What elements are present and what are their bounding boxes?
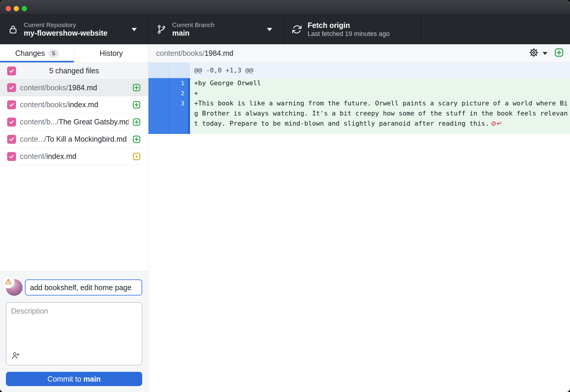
warning-badge[interactable] [2,276,14,288]
gutter-strip [188,78,190,88]
avatar [6,279,23,296]
current-repository-label: Current Repository [24,21,107,29]
gear-icon[interactable] [529,48,539,59]
diff-line-2[interactable]: 2 + [148,88,570,98]
changed-files-label: 5 changed files [0,67,148,75]
file-added-icon [132,118,141,127]
diff-line-1[interactable]: 1 +by George Orwell [148,78,570,88]
file-checkbox[interactable] [7,100,16,109]
commit-button[interactable]: Commit tomain [6,372,142,386]
file-path: content/index.md [20,152,129,161]
sidebar: Changes 5 History 5 changed files conten… [0,44,148,392]
chevron-down-icon[interactable] [543,52,547,55]
file-path: content/b.../The Great Gatsby.md [20,118,129,126]
toolbar-filler [421,15,570,44]
file-added-icon [132,83,141,92]
tab-changes[interactable]: Changes 5 [0,44,74,62]
fetch-origin-button[interactable]: Fetch origin Last fetched 19 minutes ago [284,15,421,44]
commit-description-box [6,302,142,365]
gutter-strip [188,98,190,134]
file-row[interactable]: content/books/index.md [0,96,148,113]
line-number[interactable]: 1 [169,78,188,88]
lock-icon [8,24,18,35]
gutter-strip [188,88,190,98]
file-row[interactable]: content/b.../The Great Gatsby.md [0,113,148,131]
commit-form: Commit tomain [0,271,148,392]
hunk-header: @@ -0,0 +1,3 @@ [190,63,570,78]
current-repository-value: my-flowershow-website [24,29,107,38]
tab-changes-label: Changes [15,49,45,58]
file-modified-icon [132,152,141,161]
zoom-button[interactable] [22,6,27,11]
file-checkbox[interactable] [7,118,16,127]
file-added-icon [132,100,141,109]
file-path: content/books/index.md [20,100,129,109]
warning-triangle-icon [4,278,12,287]
file-checkbox[interactable] [7,83,16,92]
chevron-down-icon [267,28,272,31]
gutter-strip [188,63,190,78]
titlebar [0,0,570,15]
file-list-empty-space [0,165,148,271]
file-checkbox[interactable] [7,152,16,161]
line-gutter-old[interactable] [148,98,169,134]
added-line-text[interactable]: +This book is like a warning from the fu… [190,98,570,134]
current-branch-value: main [172,29,214,38]
line-number[interactable]: 2 [169,88,188,98]
git-branch-icon [156,24,167,35]
fetch-origin-subtitle: Last fetched 19 minutes ago [308,30,390,38]
changes-count-badge: 5 [48,49,59,58]
file-row[interactable]: content/index.md [0,148,148,165]
line-gutter-old[interactable] [148,78,169,88]
toolbar: Current Repository my-flowershow-website… [0,15,570,44]
hunk-gutter-new [169,63,188,78]
commit-summary-input[interactable] [25,279,142,295]
file-row[interactable]: content/books/1984.md [0,79,148,96]
file-added-icon [132,135,141,144]
hunk-gutter-old [148,63,169,78]
diff-line-3[interactable]: 3 +This book is like a warning from the … [148,98,570,134]
chevron-down-icon [132,28,137,31]
tab-history-label: History [100,49,123,58]
added-line-text[interactable]: +by George Orwell [190,78,570,88]
minimize-button[interactable] [14,6,19,11]
add-coauthor-icon[interactable] [11,356,20,361]
current-repository-dropdown[interactable]: Current Repository my-flowershow-website [0,15,148,44]
diff-file-path: content/books/1984.md [156,49,529,58]
file-checkbox[interactable] [7,135,16,144]
line-number[interactable]: 3 [169,98,188,134]
diff-pane: content/books/1984.md @@ -0,0 +1,3 [148,44,570,392]
diff-body: @@ -0,0 +1,3 @@ 1 +by George Orwell 2 + [148,63,570,392]
file-path: conte.../To Kill a Mockingbird.md [20,135,129,143]
diff-file-header: content/books/1984.md [148,44,570,63]
commit-description-input[interactable] [6,303,142,351]
app-window: Current Repository my-flowershow-website… [0,0,570,392]
line-gutter-old[interactable] [148,88,169,98]
added-line-text[interactable]: + [190,88,570,98]
current-branch-dropdown[interactable]: Current Branch main [148,15,284,44]
file-path: content/books/1984.md [20,83,129,92]
close-button[interactable] [6,6,11,11]
file-row[interactable]: conte.../To Kill a Mockingbird.md [0,131,148,148]
no-newline-icon: ⊘↵ [489,120,502,127]
diff-hunk-row: @@ -0,0 +1,3 @@ [148,63,570,78]
tab-history[interactable]: History [74,44,148,62]
fetch-origin-title: Fetch origin [308,21,390,30]
select-all-row: 5 changed files [0,63,148,79]
current-branch-label: Current Branch [172,21,214,29]
sync-icon [292,24,302,35]
expand-diff-icon[interactable] [554,48,564,59]
sidebar-tabs: Changes 5 History [0,44,148,63]
